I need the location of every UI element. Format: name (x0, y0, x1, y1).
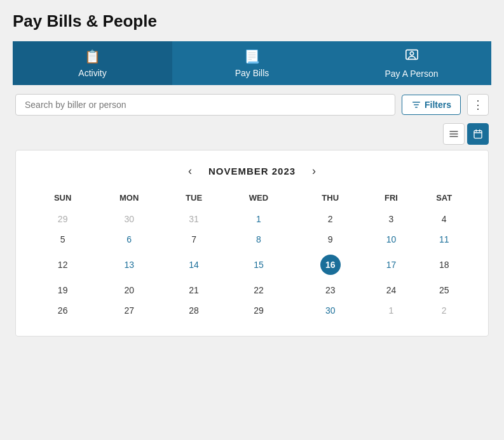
filter-label: Filters (425, 100, 451, 110)
calendar-day[interactable]: 19 (31, 280, 94, 300)
calendar-day[interactable]: 15 (224, 250, 294, 280)
calendar-icon (473, 129, 483, 139)
next-month-button[interactable]: › (308, 163, 320, 179)
calendar-nav: ‹ NOVEMBER 2023 › (31, 163, 473, 179)
dow-thu: THU (294, 189, 367, 209)
calendar-day[interactable]: 23 (294, 280, 367, 300)
list-view-button[interactable] (443, 123, 465, 145)
tab-pay-bills[interactable]: 📃 Pay Bills (172, 41, 332, 85)
calendar-week-row: 567891011 (31, 229, 473, 250)
activity-icon: 📋 (85, 49, 100, 64)
calendar-day[interactable]: 27 (94, 300, 164, 321)
calendar-view-button[interactable] (467, 123, 489, 145)
calendar-day[interactable]: 17 (367, 250, 416, 280)
more-icon: ⋮ (472, 98, 484, 112)
calendar-week-row: 2930311234 (31, 209, 473, 229)
tab-pay-person-label: Pay A Person (385, 69, 438, 79)
month-label: NOVEMBER 2023 (208, 166, 296, 177)
list-icon (449, 129, 459, 139)
calendar-day[interactable]: 26 (31, 300, 94, 321)
calendar-day[interactable]: 30 (294, 300, 367, 321)
calendar-day[interactable]: 16 (294, 250, 367, 280)
calendar-day[interactable]: 14 (164, 250, 224, 280)
calendar-day[interactable]: 12 (31, 250, 94, 280)
calendar-day[interactable]: 11 (415, 229, 473, 250)
calendar-day[interactable]: 7 (164, 229, 224, 250)
calendar-day[interactable]: 1 (367, 300, 416, 321)
calendar-card: ‹ NOVEMBER 2023 › SUN MON TUE WED THU FR… (15, 150, 489, 337)
calendar-day[interactable]: 22 (224, 280, 294, 300)
calendar-day[interactable]: 29 (31, 209, 94, 229)
calendar-day[interactable]: 30 (94, 209, 164, 229)
calendar-day[interactable]: 13 (94, 250, 164, 280)
tab-pay-person[interactable]: Pay A Person (332, 41, 491, 85)
search-input-wrapper (15, 94, 395, 116)
calendar-day[interactable]: 8 (224, 229, 294, 250)
calendar-day[interactable]: 6 (94, 229, 164, 250)
tab-pay-bills-label: Pay Bills (235, 68, 269, 78)
calendar-day[interactable]: 24 (367, 280, 416, 300)
calendar-week-row: 12131415161718 (31, 250, 473, 280)
calendar-table: SUN MON TUE WED THU FRI SAT 293031123456… (31, 189, 473, 321)
calendar-day[interactable]: 10 (367, 229, 416, 250)
tab-activity-label: Activity (78, 68, 106, 78)
pay-person-icon (405, 48, 419, 65)
filter-button[interactable]: Filters (402, 95, 461, 115)
calendar-day[interactable]: 31 (164, 209, 224, 229)
calendar-day[interactable]: 28 (164, 300, 224, 321)
calendar-day[interactable]: 4 (415, 209, 473, 229)
svg-rect-8 (474, 131, 482, 138)
calendar-day[interactable]: 25 (415, 280, 473, 300)
tab-activity[interactable]: 📋 Activity (13, 41, 172, 85)
content-area: Filters ⋮ (13, 85, 491, 337)
search-input[interactable] (15, 94, 395, 116)
tabs-bar: 📋 Activity 📃 Pay Bills Pay A Person (13, 41, 491, 85)
calendar-day[interactable]: 2 (294, 209, 367, 229)
more-options-button[interactable]: ⋮ (467, 94, 489, 116)
dow-fri: FRI (367, 189, 416, 209)
search-filter-row: Filters ⋮ (13, 94, 491, 116)
page-title: Pay Bills & People (13, 11, 491, 31)
view-toggle-row (13, 123, 491, 145)
prev-month-button[interactable]: ‹ (184, 163, 196, 179)
calendar-week-row: 262728293012 (31, 300, 473, 321)
dow-wed: WED (224, 189, 294, 209)
calendar-day[interactable]: 21 (164, 280, 224, 300)
dow-tue: TUE (164, 189, 224, 209)
svg-point-1 (410, 51, 414, 55)
calendar-week-row: 19202122232425 (31, 280, 473, 300)
calendar-day[interactable]: 5 (31, 229, 94, 250)
dow-sat: SAT (415, 189, 473, 209)
calendar-header-row: SUN MON TUE WED THU FRI SAT (31, 189, 473, 209)
calendar-day[interactable]: 20 (94, 280, 164, 300)
today-circle: 16 (320, 255, 341, 275)
calendar-day[interactable]: 29 (224, 300, 294, 321)
dow-mon: MON (94, 189, 164, 209)
calendar-day[interactable]: 18 (415, 250, 473, 280)
dow-sun: SUN (31, 189, 94, 209)
calendar-day[interactable]: 1 (224, 209, 294, 229)
calendar-day[interactable]: 2 (415, 300, 473, 321)
calendar-day[interactable]: 9 (294, 229, 367, 250)
calendar-day[interactable]: 3 (367, 209, 416, 229)
pay-bills-icon: 📃 (244, 49, 260, 64)
page-wrapper: Pay Bills & People 📋 Activity 📃 Pay Bill… (0, 0, 504, 440)
